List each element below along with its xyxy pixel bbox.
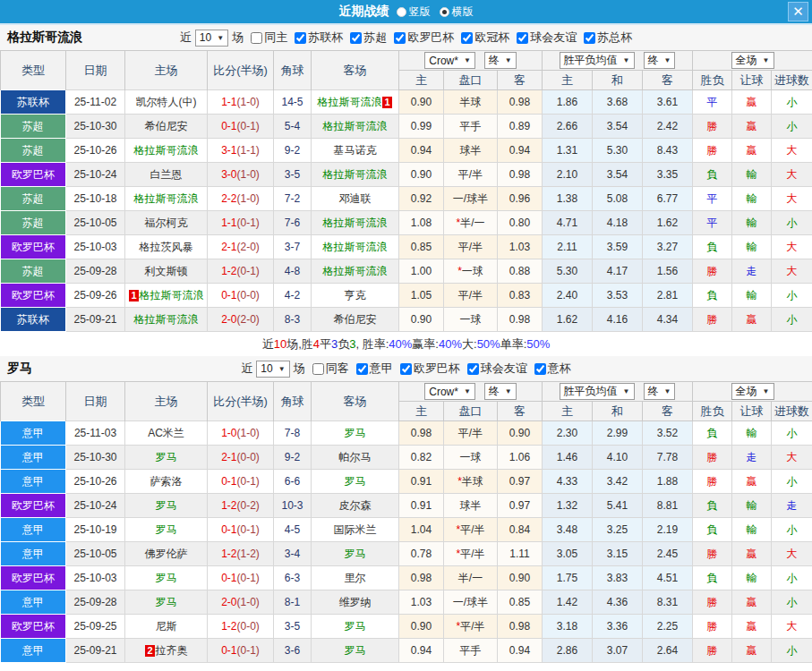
match-row: 欧罗巴杯25-10-24白兰恩3-0(1-0)3-5格拉斯哥流浪0.90平/半0… [1,163,812,187]
halftime-score: (0-2) [237,499,260,512]
team-name-text: 希伯尼安 [145,120,188,132]
away-team: 基马诺克 [312,139,399,163]
odds-away: 0.85 [498,590,543,615]
match-count-select[interactable]: 10▼ [195,30,228,47]
away-team: 罗马 [312,421,399,446]
sub-header-5: 客 [643,71,693,90]
league-filter-2-checkbox[interactable] [394,32,406,44]
halftime-score: (0-0) [237,451,260,463]
radio-vertical-layout[interactable]: 竖版 [397,4,431,20]
league-filter-4[interactable]: 球会友谊 [513,30,577,46]
filters: 近10▼场同主苏联杯苏超欧罗巴杯欧冠杯球会友谊苏总杯 [180,30,632,47]
same-venue[interactable]: 同客 [309,361,349,377]
league-filter-0-checkbox[interactable] [356,363,368,375]
odds-final-select[interactable]: 终▼ [484,52,517,69]
league-filter-2-label: 欧罗巴杯 [407,30,454,46]
result-goals: 大 [772,446,812,470]
league-badge: 意甲 [1,590,66,615]
league-filter-0[interactable]: 意甲 [353,361,393,377]
match-row: 欧罗巴杯25-09-261格拉斯哥流浪0-1(0-0)4-2亨克1.05平/半0… [1,284,812,308]
radio-icon[interactable] [397,7,406,17]
odds-handicap: 平/半 [444,421,498,446]
odds-company-select[interactable]: Crow*▼ [424,52,475,69]
chevron-down-icon: ▼ [623,387,630,395]
avg-draw: 4.36 [593,590,643,615]
league-filter-2[interactable]: 球会友谊 [464,361,527,377]
league-filter-4-checkbox[interactable] [517,32,528,44]
avg-win: 1.62 [543,308,593,332]
league-filter-3-checkbox[interactable] [461,32,473,44]
radio-horizontal-layout[interactable]: 横版 [440,4,474,20]
team-name-text: 邓迪联 [339,192,372,205]
league-filter-1[interactable]: 欧罗巴杯 [397,361,460,377]
avg-draw: 3.54 [593,115,643,139]
radio-icon-selected[interactable] [440,7,449,17]
same-venue[interactable]: 同主 [247,30,287,46]
team-name-text: 格拉斯哥流浪 [323,120,388,132]
avg-final-select-value: 终 [648,384,659,399]
layout-radio-group: 竖版 横版 [397,4,474,20]
chevron-down-icon: ▼ [763,56,770,64]
away-team: 罗马 [312,615,399,639]
odds-handicap: *半/一 [444,211,498,235]
team-name-text: 格拉斯哥流浪 [134,144,199,157]
league-filter-5[interactable]: 苏总杯 [580,30,632,46]
league-filter-0-checkbox[interactable] [295,32,306,44]
score: 0-1(0-1) [208,639,274,663]
column-header-2: 主场 [125,51,208,90]
match-row: 苏超25-10-30希伯尼安0-1(0-1)5-4格拉斯哥流浪0.99平手0.8… [1,115,812,139]
scope-select-value: 全场 [736,384,757,399]
avg-loss: 2.64 [643,639,693,663]
result-outcome: 負 [693,235,732,259]
odds-handicap: *平/半 [444,542,498,566]
odds-final-select[interactable]: 终▼ [484,383,517,400]
match-date: 25-10-05 [66,211,125,235]
same-venue-checkbox[interactable] [312,363,324,375]
match-date: 25-11-02 [66,90,125,115]
league-filter-1-checkbox[interactable] [400,363,412,375]
corner-score: 3-7 [274,235,312,259]
league-filter-5-checkbox[interactable] [584,32,595,44]
league-filter-3[interactable]: 欧冠杯 [457,30,509,46]
league-filter-1[interactable]: 苏超 [346,30,387,46]
avg-type-select[interactable]: 胜平负均值▼ [560,383,635,400]
result-outcome: 勝 [693,470,732,494]
sub-header-0: 主 [399,71,444,90]
score: 1-0(1-0) [208,421,274,446]
avg-loss: 3.27 [643,235,693,259]
column-header-5: 客场 [312,382,399,421]
avg-win: 1.46 [543,446,593,470]
league-filter-2-checkbox[interactable] [467,363,479,375]
match-count-select[interactable]: 10▼ [256,361,289,378]
result-handicap: 輸 [732,211,772,235]
league-filter-3[interactable]: 意杯 [531,361,571,377]
result-handicap: 贏 [732,542,772,566]
team-name-text: 福尔柯克 [145,217,188,229]
close-icon[interactable]: ✕ [788,2,808,21]
avg-final-select[interactable]: 终▼ [644,52,676,69]
odds-company-select[interactable]: Crow*▼ [424,383,475,400]
avg-type-select[interactable]: 胜平负均值▼ [560,52,635,69]
sub-header-6: 胜负 [693,71,732,90]
league-badge: 意甲 [1,542,66,566]
result-handicap: 輸 [732,421,772,446]
odds-home: 0.90 [399,90,444,115]
team-name-text: 罗马 [345,548,366,560]
star-mark: * [456,548,460,560]
avg-final-select[interactable]: 终▼ [644,383,676,400]
avg-type-select-value: 胜平负均值 [564,53,618,68]
result-goals: 小 [772,639,812,663]
match-date: 25-10-24 [66,163,125,187]
scope-select[interactable]: 全场▼ [731,52,774,69]
halftime-score: (1-2) [237,548,260,560]
league-filter-2[interactable]: 欧罗巴杯 [390,30,454,46]
league-filter-0[interactable]: 苏联杯 [291,30,343,46]
same-venue-checkbox[interactable] [251,32,262,44]
league-filter-3-checkbox[interactable] [534,363,546,375]
league-filter-1-checkbox[interactable] [350,32,362,44]
scope-select[interactable]: 全场▼ [731,383,774,400]
column-header-0: 类型 [1,382,66,421]
match-row: 意甲25-10-05佛罗伦萨1-2(1-2)3-4罗马0.78*平/半1.113… [1,542,812,566]
away-team: 格拉斯哥流浪 [312,235,399,259]
result-goals: 大 [772,542,812,566]
